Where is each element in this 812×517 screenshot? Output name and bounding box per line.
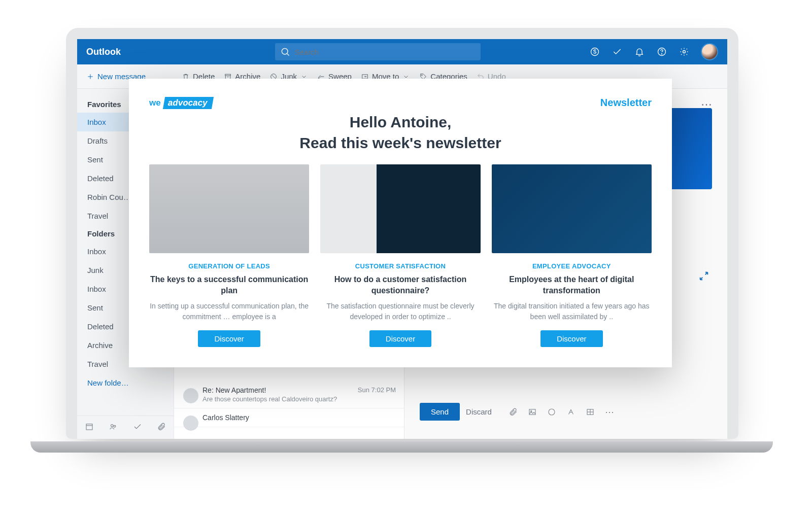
avatar-icon (183, 416, 198, 431)
svg-point-19 (549, 409, 555, 415)
svg-rect-13 (86, 424, 92, 430)
app-header: Outlook (77, 39, 727, 64)
screen: Outlook New message (77, 39, 727, 439)
card-image (149, 164, 309, 253)
svg-point-0 (282, 48, 288, 54)
help-icon[interactable] (656, 46, 667, 57)
bell-icon[interactable] (634, 46, 645, 57)
emoji-icon[interactable] (547, 407, 557, 417)
sidebar-footer (77, 416, 174, 439)
header-icons (589, 43, 718, 60)
mail-item[interactable]: Re: New Apartment! Sun 7:02 PM Are those… (174, 381, 404, 408)
compose-bar: Send Discard ⋯ (420, 403, 712, 421)
card-category: GENERATION OF LEADS (149, 262, 309, 270)
card-category: EMPLOYEE ADVOCACY (492, 262, 652, 270)
newsletter-modal: we advocacy Newsletter Hello Antoine, Re… (129, 79, 672, 367)
svg-line-1 (287, 54, 289, 56)
newsletter-card: CUSTOMER SATISFACTION How to do a custom… (320, 164, 480, 347)
search-input[interactable] (294, 48, 476, 56)
calendar-icon[interactable] (85, 422, 94, 433)
svg-point-16 (114, 425, 116, 427)
we-advocacy-logo: we advocacy (149, 97, 212, 109)
newsletter-cards: GENERATION OF LEADS The keys to a succes… (149, 164, 652, 347)
app-brand: Outlook (86, 47, 170, 57)
attachment-icon[interactable] (157, 422, 166, 433)
skype-icon[interactable] (589, 46, 600, 57)
card-category: CUSTOMER SATISFACTION (320, 262, 480, 270)
card-description: In setting up a successful communication… (149, 301, 309, 322)
svg-point-15 (111, 425, 114, 427)
laptop-base (30, 441, 773, 453)
table-icon[interactable] (585, 407, 595, 417)
discover-button[interactable]: Discover (369, 330, 431, 347)
avatar-icon (183, 388, 198, 403)
card-description: The satisfaction questionnaire must be c… (320, 301, 480, 322)
sidebar-new-folder[interactable]: New folde… (77, 373, 174, 392)
gear-icon[interactable] (679, 46, 690, 57)
newsletter-card: EMPLOYEE ADVOCACY Employees at the heart… (492, 164, 652, 347)
svg-line-10 (272, 75, 276, 79)
mail-item[interactable]: Carlos Slattery (174, 408, 404, 427)
attachment-icon[interactable] (508, 407, 518, 417)
card-title: The keys to a successful communication p… (149, 274, 309, 296)
svg-point-5 (683, 51, 686, 53)
discard-button[interactable]: Discard (466, 407, 492, 416)
send-button[interactable]: Send (420, 403, 460, 421)
more-icon[interactable]: ⋯ (604, 407, 615, 417)
discover-button[interactable]: Discover (540, 330, 602, 347)
card-image (492, 164, 652, 253)
card-title: How to do a customer satisfaction questi… (320, 274, 480, 296)
card-title: Employees at the heart of digital transf… (492, 274, 652, 296)
image-icon[interactable] (527, 407, 537, 417)
svg-point-12 (422, 75, 423, 76)
svg-rect-8 (225, 74, 231, 76)
laptop-frame: Outlook New message (66, 28, 738, 439)
svg-rect-17 (529, 409, 535, 415)
people-icon[interactable] (109, 422, 118, 433)
search-icon (280, 46, 290, 57)
newsletter-heading: Hello Antoine, Read this week's newslett… (149, 112, 652, 153)
card-image (320, 164, 480, 253)
todo-icon[interactable] (612, 46, 623, 57)
expand-icon[interactable] (698, 270, 709, 285)
card-description: The digital transition initiated a few y… (492, 301, 652, 322)
font-icon[interactable] (566, 407, 576, 417)
newsletter-badge: Newsletter (600, 97, 652, 109)
discover-button[interactable]: Discover (198, 330, 260, 347)
search-box[interactable] (275, 43, 481, 60)
avatar[interactable] (701, 43, 718, 60)
svg-point-4 (662, 54, 662, 54)
newsletter-card: GENERATION OF LEADS The keys to a succes… (149, 164, 309, 347)
todo-icon[interactable] (133, 422, 142, 433)
